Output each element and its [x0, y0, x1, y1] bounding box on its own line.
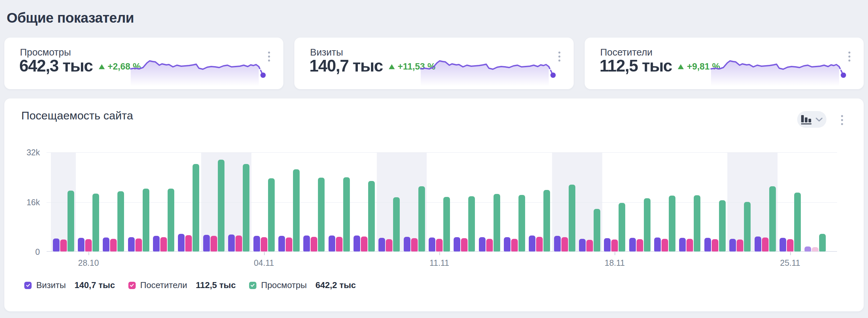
up-arrow-icon	[389, 64, 395, 69]
traffic-chart-card: Посещаемость сайта 32k16k028.1004.1111.1…	[4, 98, 864, 311]
bar-visits	[454, 237, 460, 252]
x-axis-label: 04.11	[254, 258, 274, 268]
bar-visitors	[637, 239, 643, 252]
bar-visitors	[386, 239, 393, 252]
bar-views	[443, 197, 450, 252]
bar-visitors	[211, 236, 217, 252]
bar-views	[368, 181, 375, 252]
chart-type-selector[interactable]	[797, 111, 827, 128]
legend-label: Просмотры	[261, 280, 307, 290]
up-arrow-icon	[99, 64, 105, 69]
bar-views	[192, 164, 199, 252]
bar-visitors	[686, 239, 693, 252]
kpi-value-row: 140,7 тыс +11,53 %	[309, 57, 435, 75]
bar-visitors	[411, 238, 418, 252]
legend-item-visitors[interactable]: Посетители 112,5 тыс	[128, 280, 236, 290]
card-menu-button[interactable]	[846, 50, 852, 64]
bar-views	[719, 200, 726, 252]
kpi-value-row: 112,5 тыс +9,81 %	[600, 57, 720, 75]
bar-views	[594, 209, 600, 252]
bar-views	[167, 189, 174, 252]
bar-visitors	[236, 235, 242, 252]
bar-visits	[378, 238, 385, 252]
bar-views	[143, 189, 149, 252]
bar-views	[418, 186, 425, 252]
card-menu-button[interactable]	[556, 50, 562, 64]
up-arrow-icon	[678, 64, 684, 69]
bar-visits	[679, 238, 686, 252]
checkbox-checked-icon[interactable]	[24, 282, 32, 289]
bar-visits	[529, 235, 535, 252]
kpi-card-visits: Визиты 140,7 тыс +11,53 %	[294, 38, 574, 89]
y-axis-label: 16k	[19, 197, 40, 207]
bar-views	[519, 195, 525, 252]
bar-views	[769, 186, 776, 252]
bar-visits	[604, 238, 611, 252]
chart-title: Посещаемость сайта	[21, 109, 133, 122]
chart-legend: Визиты 140,7 тыс Посетители 112,5 тыс Пр…	[24, 280, 356, 290]
bar-visits	[303, 235, 310, 252]
checkbox-checked-icon[interactable]	[249, 282, 256, 289]
bar-visits	[629, 238, 636, 252]
bar-views	[694, 195, 701, 252]
bar-visitors	[311, 237, 317, 252]
bar-visitors	[712, 239, 718, 252]
x-axis-label: 25.11	[780, 258, 800, 268]
checkbox-checked-icon[interactable]	[128, 282, 136, 289]
legend-item-views[interactable]: Просмотры 642,2 тыс	[249, 280, 356, 290]
legend-value: 642,2 тыс	[315, 280, 356, 290]
sparkline-chart	[420, 53, 558, 86]
bar-views	[318, 178, 324, 252]
bar-visitors	[261, 237, 268, 252]
bar-visitors	[737, 240, 743, 252]
kpi-card-views: Просмотры 642,3 тыс +2,68 %	[4, 38, 283, 89]
x-axis-tick	[790, 252, 791, 255]
bar-visitors	[536, 237, 543, 252]
legend-item-visits[interactable]: Визиты 140,7 тыс	[24, 280, 115, 290]
bar-visits	[128, 237, 135, 252]
legend-label: Посетители	[141, 280, 187, 290]
x-axis-tick	[89, 252, 89, 255]
bar-views	[819, 234, 826, 252]
kpi-value: 642,3 тыс	[19, 57, 93, 75]
legend-value: 140,7 тыс	[74, 280, 115, 290]
bar-visits	[754, 236, 761, 252]
page-title: Общие показатели	[7, 10, 134, 26]
bar-visits	[654, 237, 661, 252]
bar-visitors	[586, 240, 593, 252]
bar-visits	[779, 238, 786, 252]
bar-visits	[103, 237, 110, 252]
bar-visitors	[762, 237, 769, 252]
bar-views	[268, 178, 275, 252]
bar-visitors	[511, 239, 518, 252]
bar-views	[794, 193, 801, 252]
bar-visitors	[60, 240, 67, 252]
bar-views	[544, 190, 550, 252]
legend-value: 112,5 тыс	[196, 280, 236, 290]
kpi-value: 140,7 тыс	[309, 57, 383, 75]
bar-views	[218, 160, 224, 252]
bar-visitors	[85, 239, 92, 252]
bar-views	[619, 203, 625, 252]
bar-views	[644, 198, 651, 252]
bar-views	[393, 197, 400, 252]
x-axis-label: 18.11	[604, 258, 625, 268]
sparkline-chart	[710, 53, 848, 86]
bar-views	[243, 164, 249, 252]
bar-visits	[203, 235, 210, 252]
bar-visits	[253, 236, 260, 252]
bar-visits	[228, 234, 235, 252]
card-menu-button[interactable]	[266, 50, 272, 64]
bar-views	[744, 202, 751, 252]
chart-menu-button[interactable]	[839, 113, 845, 127]
bar-visitors	[661, 239, 668, 252]
legend-label: Визиты	[36, 280, 66, 290]
gridline	[46, 202, 837, 202]
bar-visits	[353, 235, 360, 252]
y-axis-label: 32k	[19, 148, 40, 157]
bar-visits	[153, 236, 160, 252]
bar-visitors	[561, 237, 568, 252]
bar-views	[293, 169, 300, 252]
bar-visitors	[787, 239, 794, 252]
bar-views	[343, 177, 350, 252]
